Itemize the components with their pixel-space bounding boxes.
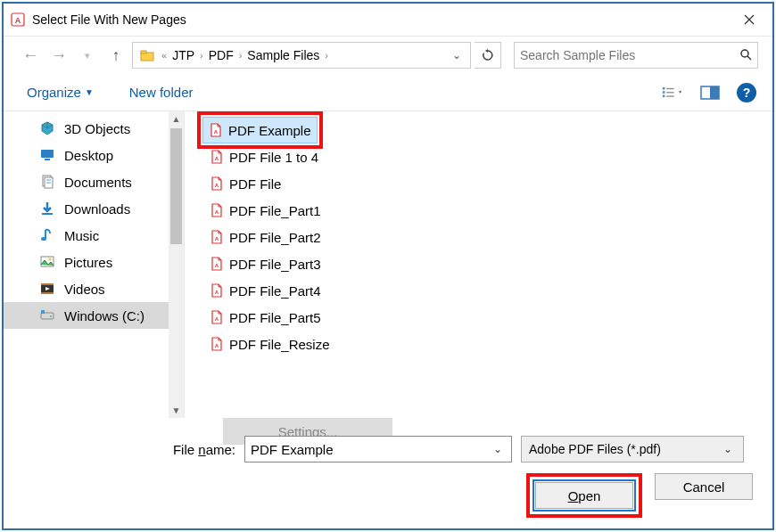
svg-text:A: A <box>215 290 219 295</box>
svg-rect-12 <box>666 92 674 93</box>
pdf-icon: A <box>210 257 224 271</box>
svg-rect-5 <box>141 51 146 53</box>
window-title: Select File With New Pages <box>32 12 728 27</box>
chevron-icon: › <box>200 50 203 61</box>
sidebar-item-label: 3D Objects <box>64 121 130 136</box>
view-mode-button[interactable] <box>662 82 683 103</box>
svg-rect-30 <box>41 310 45 314</box>
filename-dropdown[interactable]: ⌄ <box>490 443 506 455</box>
sidebar-item-videos[interactable]: Videos <box>4 275 184 302</box>
nav-up-button[interactable]: ↑ <box>103 43 128 68</box>
svg-text:A: A <box>215 183 219 188</box>
svg-rect-29 <box>41 313 54 319</box>
nav-forward-button[interactable]: → <box>46 43 71 68</box>
svg-text:A: A <box>215 156 219 161</box>
preview-pane-button[interactable] <box>699 82 721 103</box>
open-button[interactable]: Open <box>535 482 633 509</box>
titlebar: A Select File With New Pages <box>4 4 772 37</box>
file-name: PDF File <box>229 176 281 192</box>
sidebar-item-documents[interactable]: Documents <box>4 168 184 195</box>
file-item[interactable]: APDF File_Part5 <box>204 304 326 331</box>
downloads-icon <box>39 201 55 217</box>
refresh-button[interactable] <box>475 42 501 69</box>
sidebar-item-pictures[interactable]: Pictures <box>4 249 184 275</box>
cancel-button[interactable]: Cancel <box>655 473 753 500</box>
sidebar-item-label: Pictures <box>64 255 112 270</box>
content-area: 3D ObjectsDesktopDocumentsDownloadsMusic… <box>4 111 772 418</box>
file-list[interactable]: APDF ExampleAPDF File 1 to 4APDF FileAPD… <box>185 111 772 418</box>
svg-text:A: A <box>215 236 219 241</box>
file-item[interactable]: APDF File_Part3 <box>204 250 326 277</box>
help-button[interactable]: ? <box>737 83 756 102</box>
svg-rect-17 <box>45 159 50 160</box>
breadcrumb-seg-2[interactable]: Sample Files <box>244 46 323 64</box>
toolbar: Organize ▼ New folder ? <box>4 74 772 111</box>
filename-input[interactable]: ⌄ <box>244 436 512 462</box>
breadcrumb[interactable]: « JTP › PDF › Sample Files › ⌄ <box>132 42 471 69</box>
path-dropdown[interactable]: ⌄ <box>447 49 466 61</box>
sidebar-item-windows-c-[interactable]: Windows (C:) <box>4 302 184 329</box>
search-icon[interactable] <box>739 48 752 63</box>
svg-point-6 <box>741 50 748 57</box>
svg-text:A: A <box>215 263 219 268</box>
svg-point-31 <box>50 315 52 317</box>
new-folder-button[interactable]: New folder <box>122 79 201 105</box>
svg-rect-16 <box>41 150 54 158</box>
nav-back-button[interactable]: ← <box>18 43 43 68</box>
pdf-icon: A <box>210 176 224 191</box>
breadcrumb-seg-0[interactable]: JTP <box>169 46 198 64</box>
breadcrumb-seg-1[interactable]: PDF <box>205 46 237 64</box>
sidebar-item-label: Windows (C:) <box>64 308 144 323</box>
file-name: PDF File 1 to 4 <box>229 150 318 165</box>
sidebar-item-label: Downloads <box>64 201 130 217</box>
file-item[interactable]: APDF File_Resize <box>204 331 335 357</box>
file-name: PDF File_Part1 <box>229 203 321 218</box>
file-item[interactable]: APDF Example <box>202 117 318 143</box>
file-item[interactable]: APDF File_Part4 <box>204 277 326 304</box>
highlight-open: Open <box>526 473 642 518</box>
svg-text:A: A <box>15 16 21 25</box>
sidebar-item-music[interactable]: Music <box>4 222 184 249</box>
pdf-icon: A <box>210 337 224 351</box>
navbar: ← → ▾ ↑ « JTP › PDF › Sample Files › ⌄ <box>4 37 772 74</box>
breadcrumb-root[interactable] <box>136 47 160 63</box>
close-button[interactable] <box>728 4 771 36</box>
organize-button[interactable]: Organize ▼ <box>20 79 101 105</box>
svg-rect-11 <box>666 87 674 88</box>
scroll-up-button[interactable]: ▲ <box>169 111 184 127</box>
pdf-icon: A <box>210 230 224 244</box>
svg-text:A: A <box>215 209 219 215</box>
file-name: PDF File_Resize <box>229 337 330 352</box>
scroll-down-button[interactable]: ▼ <box>169 403 184 418</box>
chevron-icon: › <box>239 50 243 61</box>
sidebar-item-desktop[interactable]: Desktop <box>4 142 184 168</box>
file-item[interactable]: APDF File <box>204 170 286 197</box>
nav-recent-dropdown[interactable]: ▾ <box>75 43 100 68</box>
sidebar-item-3d-objects[interactable]: 3D Objects <box>4 115 184 142</box>
scroll-thumb[interactable] <box>170 128 182 244</box>
sidebar-scrollbar[interactable]: ▲ ▼ <box>169 111 184 418</box>
svg-rect-13 <box>666 95 674 96</box>
search-input[interactable] <box>520 48 739 62</box>
sidebar-item-label: Music <box>64 228 99 243</box>
music-icon <box>39 227 55 243</box>
file-name: PDF Example <box>228 123 311 138</box>
svg-rect-8 <box>663 87 665 90</box>
3d-icon <box>39 120 55 136</box>
svg-rect-27 <box>41 283 54 285</box>
search-box[interactable] <box>514 42 758 69</box>
drive-icon <box>39 307 55 323</box>
file-item[interactable]: APDF File 1 to 4 <box>204 143 324 170</box>
pdf-icon: A <box>210 150 224 164</box>
documents-icon <box>39 174 55 190</box>
svg-rect-9 <box>663 91 665 94</box>
file-item[interactable]: APDF File_Part1 <box>204 197 326 224</box>
svg-rect-28 <box>41 292 54 294</box>
filetype-combo[interactable]: Adobe PDF Files (*.pdf) ⌄ <box>521 436 744 462</box>
pdf-icon: A <box>209 123 223 137</box>
pdf-icon: A <box>210 310 224 324</box>
sidebar: 3D ObjectsDesktopDocumentsDownloadsMusic… <box>4 111 185 418</box>
sidebar-item-downloads[interactable]: Downloads <box>4 195 184 222</box>
file-item[interactable]: APDF File_Part2 <box>204 224 326 250</box>
filename-field[interactable] <box>251 442 490 457</box>
